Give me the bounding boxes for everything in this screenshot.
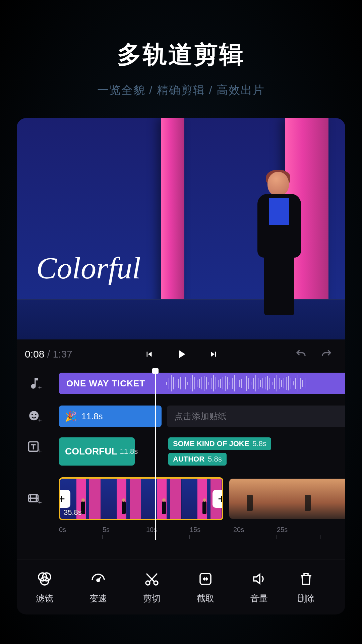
video-thumbnail xyxy=(287,479,345,519)
text-clip-duration: 11.8s xyxy=(120,447,138,456)
music-clip[interactable]: ONE WAY TICKET xyxy=(59,373,345,394)
sticker-track-row: + 🎉 11.8s 点击添加贴纸 xyxy=(17,405,345,428)
add-video-button[interactable]: + xyxy=(25,489,44,508)
music-clip-label: ONE WAY TICKET xyxy=(66,378,145,389)
svg-point-14 xyxy=(154,581,158,585)
scissors-icon xyxy=(143,570,161,588)
text-plus-icon: + xyxy=(27,440,42,454)
text-track-row: + COLORFUL 11.8s SOME KIND OF JOKE 5.8s … xyxy=(17,437,345,468)
tool-label: 删除 xyxy=(297,593,315,604)
text-clip[interactable]: SOME KIND OF JOKE 5.8s xyxy=(168,437,271,450)
time-display: 0:08 / 1:37 xyxy=(25,348,72,360)
play-icon xyxy=(175,347,188,361)
video-thumbnail xyxy=(101,479,141,519)
undo-button[interactable] xyxy=(290,343,312,365)
video-thumbnail xyxy=(141,479,182,519)
video-clip[interactable] xyxy=(229,479,345,519)
skip-next-icon xyxy=(208,349,219,359)
duration: 1:37 xyxy=(53,348,72,360)
svg-point-1 xyxy=(29,411,39,420)
filter-tool[interactable]: 滤镜 xyxy=(26,570,63,604)
ruler-tick: 20s xyxy=(233,526,277,543)
trash-icon xyxy=(297,570,315,588)
sticker-duration: 11.8s xyxy=(81,411,103,422)
tool-label: 剪切 xyxy=(143,593,161,604)
waveform-icon xyxy=(166,373,345,394)
ruler-tick: 25s xyxy=(277,526,320,543)
video-clip-duration: 35.8s xyxy=(64,508,82,517)
ruler-tick: 10s xyxy=(146,526,190,543)
add-clip-after-button[interactable]: + xyxy=(213,490,223,508)
redo-icon xyxy=(319,348,334,360)
svg-point-13 xyxy=(146,581,150,585)
crop-icon xyxy=(196,570,215,588)
crop-tool[interactable]: 截取 xyxy=(187,570,224,604)
undo-icon xyxy=(294,348,308,360)
text-clip-label: AUTHOR xyxy=(173,455,204,464)
delete-tool[interactable]: 删除 xyxy=(294,570,318,604)
speedometer-icon xyxy=(89,570,107,588)
prev-button[interactable] xyxy=(138,343,160,365)
svg-text:+: + xyxy=(38,499,42,506)
preview-text-overlay: Colorful xyxy=(36,250,141,286)
preview-subject xyxy=(251,172,312,313)
video-clip-selected[interactable]: + 35.8s + xyxy=(59,477,223,520)
current-time: 0:08 xyxy=(25,348,44,360)
next-button[interactable] xyxy=(203,343,224,365)
svg-text:+: + xyxy=(38,417,42,424)
timeline-ruler[interactable]: 0s 5s 10s 15s 20s 25s xyxy=(17,526,345,543)
tool-label: 截取 xyxy=(197,593,214,604)
tool-label: 音量 xyxy=(250,593,268,604)
svg-point-2 xyxy=(32,414,33,415)
ruler-tick: 0s xyxy=(59,526,103,543)
play-button[interactable] xyxy=(171,343,192,365)
text-clip-label: SOME KIND OF JOKE xyxy=(173,439,249,448)
speed-tool[interactable]: 变速 xyxy=(80,570,117,604)
add-sticker-button[interactable]: + xyxy=(25,407,44,426)
editor-card: Colorful 0:08 / 1:37 xyxy=(17,118,345,614)
ruler-tick: 5s xyxy=(103,526,146,543)
emoji-plus-icon: + xyxy=(27,409,42,423)
filter-icon xyxy=(36,570,54,588)
film-plus-icon: + xyxy=(27,492,42,506)
video-track-row: + + 35.8s + xyxy=(17,477,345,521)
svg-text:+: + xyxy=(38,447,42,454)
add-sticker-placeholder[interactable]: 点击添加贴纸 xyxy=(167,406,345,427)
add-text-button[interactable]: + xyxy=(25,437,44,457)
sticker-clip[interactable]: 🎉 11.8s xyxy=(59,406,162,427)
text-clip-label: COLORFUL xyxy=(65,446,117,457)
add-music-button[interactable]: + xyxy=(25,374,44,393)
music-plus-icon: + xyxy=(27,376,42,390)
bottom-toolbar: 滤镜 变速 剪切 截取 音量 xyxy=(17,559,345,614)
party-popper-icon: 🎉 xyxy=(65,411,77,422)
video-thumbnail xyxy=(229,479,287,519)
volume-tool[interactable]: 音量 xyxy=(241,570,278,604)
skip-previous-icon xyxy=(144,349,154,359)
svg-point-3 xyxy=(35,414,36,415)
playbar: 0:08 / 1:37 xyxy=(17,339,345,369)
tool-label: 变速 xyxy=(89,593,107,604)
music-track-row: + ONE WAY TICKET xyxy=(17,372,345,395)
svg-text:+: + xyxy=(38,384,42,391)
video-preview[interactable]: Colorful xyxy=(17,118,345,339)
redo-button[interactable] xyxy=(316,343,337,365)
page-title: 多轨道剪辑 xyxy=(0,39,362,71)
subtitle: 一览全貌 / 精确剪辑 / 高效出片 xyxy=(0,83,362,98)
volume-icon xyxy=(250,570,268,588)
text-clip-duration: 5.8s xyxy=(208,455,222,464)
tool-label: 滤镜 xyxy=(36,593,53,604)
text-clip[interactable]: AUTHOR 5.8s xyxy=(168,453,227,466)
text-clip-main[interactable]: COLORFUL 11.8s xyxy=(59,437,135,466)
timeline: + ONE WAY TICKET + 🎉 11.8s 点击添加贴纸 + COLO… xyxy=(17,369,345,559)
text-clip-duration: 5.8s xyxy=(252,439,266,448)
cut-tool[interactable]: 剪切 xyxy=(133,570,170,604)
add-clip-before-button[interactable]: + xyxy=(59,490,70,508)
ruler-tick: 15s xyxy=(190,526,233,543)
playhead[interactable] xyxy=(155,369,156,540)
